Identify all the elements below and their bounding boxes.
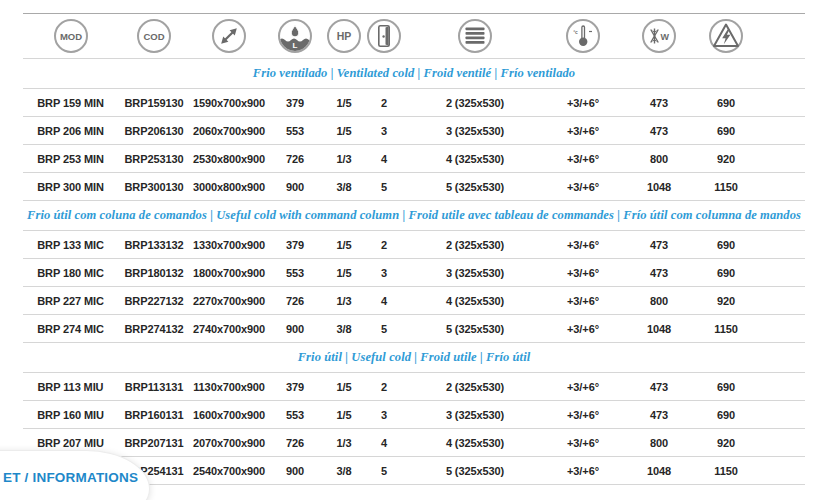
cell-elec_power: 1150 [700, 457, 752, 485]
table-row: BRP 227 MICBRP2271322270x700x9007261/344… [23, 287, 805, 315]
cell-elec_power: 1150 [700, 173, 752, 201]
cell-model: BRP 274 MIC [23, 315, 118, 343]
cell-temperature: +3/+6° [548, 315, 618, 343]
cell-model: BRP 160 MIU [23, 401, 118, 429]
cell-temperature: +3/+6° [548, 429, 618, 457]
cell-doors: 5 [366, 457, 402, 485]
filler-cell [752, 173, 805, 201]
cod-icon: COD [136, 18, 172, 54]
cell-code: BRP300130 [118, 173, 190, 201]
cell-refrig_power: 800 [618, 287, 700, 315]
door-icon [366, 18, 402, 54]
cell-dimensions: 2540x700x900 [190, 457, 268, 485]
cell-elec_power: 920 [700, 145, 752, 173]
snowflake-watt-icon: W [641, 18, 677, 54]
filler-cell [752, 287, 805, 315]
cell-doors: 3 [366, 401, 402, 429]
cell-elec_power: 690 [700, 401, 752, 429]
filler-header-cell [752, 14, 805, 59]
cell-power_hp: 1/5 [322, 259, 366, 287]
table-row: BRP 253 MINBRP2531302530x800x9007261/344… [23, 145, 805, 173]
cell-code: BRP206130 [118, 117, 190, 145]
cell-shelves: 5 (325x530) [402, 173, 548, 201]
filler-cell [752, 315, 805, 343]
cell-model: BRP 113 MIU [23, 373, 118, 401]
filler-cell [752, 429, 805, 457]
cell-refrig_power: 800 [618, 145, 700, 173]
column-icon-header-row: MOD COD [23, 14, 805, 59]
cell-doors: 3 [366, 117, 402, 145]
filler-cell [752, 145, 805, 173]
cell-temperature: +3/+6° [548, 287, 618, 315]
cell-capacity_l: 726 [268, 145, 322, 173]
svg-text:HP: HP [337, 30, 352, 42]
cell-dimensions: 2740x700x900 [190, 315, 268, 343]
svg-text:L: L [293, 41, 298, 50]
column-model: MOD [23, 14, 118, 59]
cell-elec_power: 920 [700, 287, 752, 315]
cell-doors: 4 [366, 287, 402, 315]
cell-power_hp: 1/5 [322, 373, 366, 401]
cell-capacity_l: 379 [268, 231, 322, 259]
cell-refrig_power: 800 [618, 429, 700, 457]
cell-dimensions: 2270x700x900 [190, 287, 268, 315]
cell-elec_power: 920 [700, 429, 752, 457]
cell-elec_power: 1150 [700, 315, 752, 343]
filler-cell [752, 117, 805, 145]
cell-model: BRP 206 MIN [23, 117, 118, 145]
dimensions-arrow-icon [211, 18, 247, 54]
product-spec-table: MOD COD [23, 13, 805, 485]
column-doors [366, 14, 402, 59]
cell-elec_power: 690 [700, 231, 752, 259]
section-title-row: Frio útil | Useful cold | Froid utile | … [23, 343, 805, 373]
cell-power_hp: 3/8 [322, 173, 366, 201]
cell-temperature: +3/+6° [548, 259, 618, 287]
hp-icon: HP [326, 18, 362, 54]
svg-text:°c: °c [573, 30, 578, 35]
cell-dimensions: 2070x700x900 [190, 429, 268, 457]
filler-cell [752, 457, 805, 485]
cell-temperature: +3/+6° [548, 401, 618, 429]
cell-refrig_power: 473 [618, 401, 700, 429]
filler-cell [752, 401, 805, 429]
cell-shelves: 5 (325x530) [402, 457, 548, 485]
cell-doors: 2 [366, 231, 402, 259]
cell-capacity_l: 900 [268, 173, 322, 201]
section-title: Frio útil | Useful cold | Froid utile | … [23, 343, 805, 373]
cell-refrig_power: 473 [618, 259, 700, 287]
cell-refrig_power: 1048 [618, 173, 700, 201]
column-code: COD [118, 14, 190, 59]
cell-refrig_power: 1048 [618, 315, 700, 343]
cell-power_hp: 3/8 [322, 315, 366, 343]
cell-temperature: +3/+6° [548, 173, 618, 201]
cell-dimensions: 1590x700x900 [190, 89, 268, 117]
cell-refrig_power: 1048 [618, 457, 700, 485]
svg-text:MOD: MOD [59, 31, 81, 42]
cell-refrig_power: 473 [618, 231, 700, 259]
cell-doors: 2 [366, 89, 402, 117]
cell-dimensions: 2060x700x900 [190, 117, 268, 145]
capacity-liters-icon: L [277, 18, 313, 54]
cell-temperature: +3/+6° [548, 373, 618, 401]
cell-capacity_l: 379 [268, 373, 322, 401]
cell-shelves: 2 (325x530) [402, 89, 548, 117]
cell-power_hp: 3/8 [322, 457, 366, 485]
cell-refrig_power: 473 [618, 89, 700, 117]
cell-temperature: +3/+6° [548, 117, 618, 145]
cell-power_hp: 1/5 [322, 231, 366, 259]
cell-model: BRP 180 MIC [23, 259, 118, 287]
cell-dimensions: 1330x700x900 [190, 231, 268, 259]
cell-shelves: 3 (325x530) [402, 259, 548, 287]
cell-shelves: 2 (325x530) [402, 231, 548, 259]
shelves-icon [457, 18, 493, 54]
cell-model: BRP 159 MIN [23, 89, 118, 117]
cell-model: BRP 300 MIN [23, 173, 118, 201]
cell-capacity_l: 900 [268, 315, 322, 343]
cell-doors: 4 [366, 429, 402, 457]
cell-capacity_l: 379 [268, 89, 322, 117]
cell-dimensions: 1130x700x900 [190, 373, 268, 401]
cell-power_hp: 1/3 [322, 145, 366, 173]
cell-doors: 5 [366, 173, 402, 201]
cell-dimensions: 1600x700x900 [190, 401, 268, 429]
table-row: BRP 206 MINBRP2061302060x700x9005531/533… [23, 117, 805, 145]
